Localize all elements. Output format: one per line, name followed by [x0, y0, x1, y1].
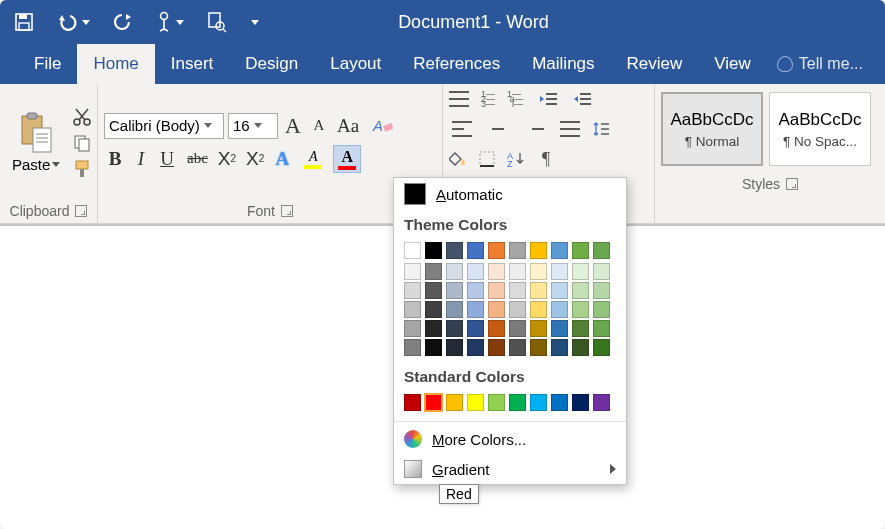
standard-color-swatch[interactable] [593, 394, 610, 411]
automatic-color-item[interactable]: Automatic [394, 178, 626, 210]
tab-view[interactable]: View [698, 44, 767, 84]
align-right-button[interactable] [521, 118, 547, 140]
standard-color-swatch[interactable] [530, 394, 547, 411]
theme-shade-swatch[interactable] [425, 339, 442, 356]
theme-shade-swatch[interactable] [488, 282, 505, 299]
gradient-item[interactable]: Gradient [394, 454, 626, 484]
undo-button[interactable] [56, 12, 90, 32]
theme-shade-swatch[interactable] [509, 282, 526, 299]
standard-color-swatch[interactable] [488, 394, 505, 411]
redo-button[interactable] [108, 8, 136, 36]
tab-references[interactable]: References [397, 44, 516, 84]
shading-button[interactable] [449, 151, 469, 167]
theme-shade-swatch[interactable] [551, 301, 568, 318]
tab-home[interactable]: Home [77, 44, 154, 84]
multilevel-button[interactable]: 1— a— i— [507, 92, 526, 107]
theme-shade-swatch[interactable] [509, 320, 526, 337]
theme-shade-swatch[interactable] [425, 301, 442, 318]
font-size-combo[interactable]: 16 [228, 113, 278, 139]
theme-shade-swatch[interactable] [509, 263, 526, 280]
theme-shade-swatch[interactable] [572, 263, 589, 280]
more-colors-item[interactable]: More Colors... [394, 424, 626, 454]
font-color-button[interactable]: A [333, 145, 363, 173]
theme-shade-swatch[interactable] [446, 339, 463, 356]
touch-dropdown-icon[interactable] [176, 20, 184, 25]
clear-formatting-button[interactable]: A [368, 115, 396, 137]
standard-color-swatch[interactable] [509, 394, 526, 411]
theme-shade-swatch[interactable] [509, 301, 526, 318]
theme-shade-swatch[interactable] [446, 263, 463, 280]
change-case-button[interactable]: Aa [334, 115, 364, 137]
standard-color-swatch[interactable] [551, 394, 568, 411]
theme-shade-swatch[interactable] [509, 339, 526, 356]
theme-color-swatch[interactable] [488, 242, 505, 259]
sort-button[interactable]: AZ [507, 151, 525, 167]
justify-button[interactable] [557, 118, 583, 140]
theme-color-swatch[interactable] [593, 242, 610, 259]
theme-shade-swatch[interactable] [551, 263, 568, 280]
align-left-button[interactable] [449, 118, 475, 140]
theme-shade-swatch[interactable] [530, 301, 547, 318]
paste-button[interactable]: Paste [6, 108, 66, 177]
style-normal[interactable]: AaBbCcDc ¶ Normal [661, 92, 763, 166]
theme-shade-swatch[interactable] [467, 301, 484, 318]
theme-shade-swatch[interactable] [404, 339, 421, 356]
save-button[interactable] [10, 8, 38, 36]
numbering-button[interactable]: 1—2—3— [481, 92, 497, 107]
theme-color-swatch[interactable] [467, 242, 484, 259]
theme-shade-swatch[interactable] [446, 282, 463, 299]
theme-shade-swatch[interactable] [530, 282, 547, 299]
theme-shade-swatch[interactable] [530, 320, 547, 337]
theme-color-swatch[interactable] [425, 242, 442, 259]
theme-color-swatch[interactable] [572, 242, 589, 259]
tab-insert[interactable]: Insert [155, 44, 230, 84]
theme-shade-swatch[interactable] [425, 282, 442, 299]
theme-shade-swatch[interactable] [404, 282, 421, 299]
tab-design[interactable]: Design [229, 44, 314, 84]
tab-review[interactable]: Review [611, 44, 699, 84]
theme-shade-swatch[interactable] [488, 320, 505, 337]
theme-shade-swatch[interactable] [488, 339, 505, 356]
theme-shade-swatch[interactable] [530, 263, 547, 280]
bullets-button[interactable] [449, 91, 471, 107]
undo-dropdown-icon[interactable] [82, 20, 90, 25]
font-dialog-launcher[interactable] [281, 205, 293, 217]
theme-shade-swatch[interactable] [572, 339, 589, 356]
standard-color-swatch[interactable] [446, 394, 463, 411]
print-preview-button[interactable] [202, 8, 230, 36]
standard-color-swatch[interactable] [467, 394, 484, 411]
align-center-button[interactable] [485, 118, 511, 140]
theme-shade-swatch[interactable] [425, 263, 442, 280]
theme-shade-swatch[interactable] [404, 320, 421, 337]
format-painter-button[interactable] [72, 159, 92, 179]
theme-shade-swatch[interactable] [467, 282, 484, 299]
theme-shade-swatch[interactable] [446, 320, 463, 337]
strikethrough-button[interactable]: abc [184, 148, 211, 170]
standard-color-swatch[interactable] [425, 394, 442, 411]
theme-shade-swatch[interactable] [551, 282, 568, 299]
theme-shade-swatch[interactable] [488, 263, 505, 280]
theme-shade-swatch[interactable] [467, 320, 484, 337]
show-marks-button[interactable]: ¶ [535, 148, 557, 170]
tab-layout[interactable]: Layout [314, 44, 397, 84]
borders-button[interactable] [479, 151, 497, 167]
theme-color-swatch[interactable] [509, 242, 526, 259]
tab-file[interactable]: File [18, 44, 77, 84]
bold-button[interactable]: B [104, 148, 126, 170]
decrease-indent-button[interactable] [536, 88, 560, 110]
theme-shade-swatch[interactable] [593, 301, 610, 318]
superscript-button[interactable]: X2 [243, 148, 267, 170]
theme-shade-swatch[interactable] [593, 339, 610, 356]
tell-me-search[interactable]: Tell me... [767, 44, 873, 84]
italic-button[interactable]: I [130, 148, 152, 170]
styles-dialog-launcher[interactable] [786, 178, 798, 190]
theme-shade-swatch[interactable] [572, 282, 589, 299]
theme-color-swatch[interactable] [404, 242, 421, 259]
subscript-button[interactable]: X2 [215, 148, 239, 170]
theme-shade-swatch[interactable] [551, 339, 568, 356]
highlight-button[interactable]: A [299, 146, 329, 172]
increase-indent-button[interactable] [570, 88, 594, 110]
theme-shade-swatch[interactable] [467, 339, 484, 356]
copy-button[interactable] [72, 133, 92, 153]
text-effects-button[interactable]: A [271, 148, 295, 170]
